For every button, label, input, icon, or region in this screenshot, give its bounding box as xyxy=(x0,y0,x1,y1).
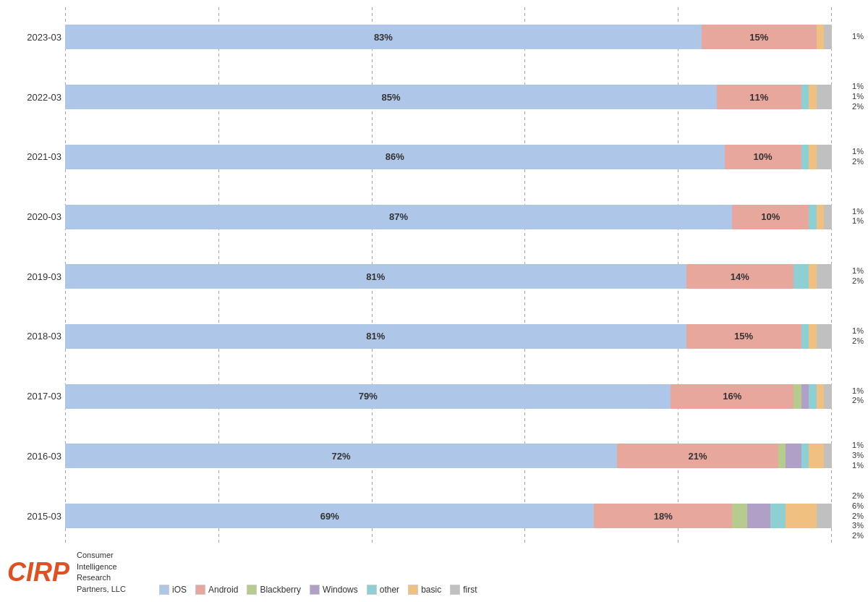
row-2019-03: 2019-0381%14%1%2% xyxy=(65,264,832,289)
segment-basic-2016-03 xyxy=(809,444,824,468)
segment-label-android-2015-03: 18% xyxy=(654,511,673,522)
legend-item-other: other xyxy=(367,585,399,595)
year-label-2019-03: 2019-03 xyxy=(7,271,61,282)
rows-wrapper: 2023-0383%15%1%2022-0385%11%1%1%2%2021-0… xyxy=(65,7,832,546)
legend-label-windows: Windows xyxy=(323,585,358,595)
year-label-2021-03: 2021-03 xyxy=(7,151,61,162)
bar-2021-03: 86%10%1%2% xyxy=(65,145,832,169)
overflow-label: 2% xyxy=(852,511,864,521)
legend: iOSAndroidBlackberryWindowsotherbasicfir… xyxy=(152,585,477,595)
overflow-labels-2020-03: 1%1% xyxy=(852,207,864,227)
row-2017-03: 2017-0379%16%1%2% xyxy=(65,384,832,409)
row-group-2018-03: 2018-0381%15%1%2% xyxy=(65,307,832,367)
segment-android-2019-03: 14% xyxy=(686,264,793,289)
segment-label-ios-2022-03: 85% xyxy=(381,92,400,103)
row-2020-03: 2020-0387%10%1%1% xyxy=(65,205,832,229)
segment-first-2021-03 xyxy=(817,145,832,169)
row-group-2015-03: 2015-0369%18%2%6%2%3%2% xyxy=(65,486,832,546)
row-2022-03: 2022-0385%11%1%1%2% xyxy=(65,85,832,109)
segment-android-2020-03: 10% xyxy=(732,205,809,229)
year-label-2017-03: 2017-03 xyxy=(7,391,61,402)
segment-label-android-2019-03: 14% xyxy=(731,271,749,282)
segment-first-2020-03 xyxy=(824,205,832,229)
segment-label-android-2023-03: 15% xyxy=(749,32,768,43)
legend-item-ios: iOS xyxy=(159,585,187,595)
overflow-label: 1% xyxy=(852,441,864,452)
overflow-labels-2016-03: 1%3%1% xyxy=(852,441,864,471)
segment-basic-2019-03 xyxy=(809,264,817,289)
legend-swatch-ios xyxy=(159,585,169,595)
segment-other-2020-03 xyxy=(809,205,817,229)
overflow-label: 1% xyxy=(852,386,864,397)
row-2021-03: 2021-0386%10%1%2% xyxy=(65,145,832,169)
bar-2022-03: 85%11%1%1%2% xyxy=(65,85,832,109)
overflow-labels-2021-03: 1%2% xyxy=(852,147,864,167)
legend-swatch-android xyxy=(195,585,205,595)
segment-label-ios-2018-03: 81% xyxy=(366,331,385,342)
year-label-2020-03: 2020-03 xyxy=(7,211,61,222)
row-group-2017-03: 2017-0379%16%1%2% xyxy=(65,366,832,426)
segment-first-2023-03 xyxy=(824,25,832,49)
segment-ios-2023-03: 83% xyxy=(65,25,702,49)
overflow-labels-2023-03: 1% xyxy=(852,32,864,42)
overflow-label: 1% xyxy=(852,461,864,471)
segment-basic-2017-03 xyxy=(817,384,825,409)
row-group-2022-03: 2022-0385%11%1%1%2% xyxy=(65,67,832,127)
overflow-labels-2019-03: 1%2% xyxy=(852,266,864,287)
bar-2015-03: 69%18%2%6%2%3%2% xyxy=(65,504,832,528)
row-group-2020-03: 2020-0387%10%1%1% xyxy=(65,187,832,247)
segment-android-2015-03: 18% xyxy=(594,504,732,528)
overflow-label: 1% xyxy=(852,217,864,227)
segment-other-2022-03 xyxy=(801,85,809,109)
cirp-logo: CIRP xyxy=(7,559,69,585)
segment-android-2016-03: 21% xyxy=(617,444,778,468)
legend-label-android: Android xyxy=(208,585,238,595)
segment-label-android-2021-03: 10% xyxy=(754,151,773,162)
segment-blackberry-2015-03 xyxy=(732,504,747,528)
overflow-label: 1% xyxy=(852,266,864,276)
segment-first-2016-03 xyxy=(824,444,832,468)
row-group-2023-03: 2023-0383%15%1% xyxy=(65,7,832,67)
year-label-2018-03: 2018-03 xyxy=(7,331,61,342)
segment-first-2017-03 xyxy=(824,384,832,409)
segment-label-ios-2023-03: 83% xyxy=(374,32,393,43)
segment-label-ios-2016-03: 72% xyxy=(332,451,351,462)
legend-label-other: other xyxy=(380,585,399,595)
year-label-2015-03: 2015-03 xyxy=(7,511,61,522)
year-label-2023-03: 2023-03 xyxy=(7,32,61,43)
segment-blackberry-2016-03 xyxy=(778,444,786,468)
logo-area: CIRP ConsumerIntelligenceResearchPartner… xyxy=(7,550,152,595)
segment-android-2022-03: 11% xyxy=(717,85,801,109)
segment-android-2023-03: 15% xyxy=(702,25,817,49)
segment-label-android-2016-03: 21% xyxy=(688,451,707,462)
legend-label-first: first xyxy=(463,585,477,595)
bar-2019-03: 81%14%1%2% xyxy=(65,264,832,289)
segment-android-2017-03: 16% xyxy=(671,384,793,409)
segment-first-2022-03 xyxy=(817,85,832,109)
segment-other-2021-03 xyxy=(801,145,809,169)
bar-2017-03: 79%16%1%2% xyxy=(65,384,832,409)
segment-ios-2018-03: 81% xyxy=(65,324,686,349)
overflow-labels-2015-03: 2%6%2%3%2% xyxy=(852,491,864,541)
bar-2016-03: 72%21%1%3%1% xyxy=(65,444,832,468)
legend-item-windows: Windows xyxy=(310,585,358,595)
legend-item-android: Android xyxy=(195,585,238,595)
segment-android-2021-03: 10% xyxy=(725,145,801,169)
segment-ios-2020-03: 87% xyxy=(65,205,732,229)
segment-label-android-2018-03: 15% xyxy=(734,331,753,342)
cirp-text: ConsumerIntelligenceResearchPartners, LL… xyxy=(77,550,126,595)
segment-windows-2016-03 xyxy=(786,444,801,468)
segment-basic-2022-03 xyxy=(809,85,817,109)
segment-label-ios-2019-03: 81% xyxy=(366,271,385,282)
segment-label-ios-2017-03: 79% xyxy=(359,391,378,402)
overflow-label: 2% xyxy=(852,531,864,541)
overflow-labels-2022-03: 1%1%2% xyxy=(852,82,864,111)
row-group-2016-03: 2016-0372%21%1%3%1% xyxy=(65,426,832,486)
segment-first-2018-03 xyxy=(817,324,832,349)
bar-2018-03: 81%15%1%2% xyxy=(65,324,832,349)
row-2023-03: 2023-0383%15%1% xyxy=(65,25,832,49)
overflow-label: 2% xyxy=(852,336,864,347)
segment-other-2018-03 xyxy=(801,324,809,349)
overflow-label: 1% xyxy=(852,32,864,42)
legend-swatch-windows xyxy=(310,585,320,595)
